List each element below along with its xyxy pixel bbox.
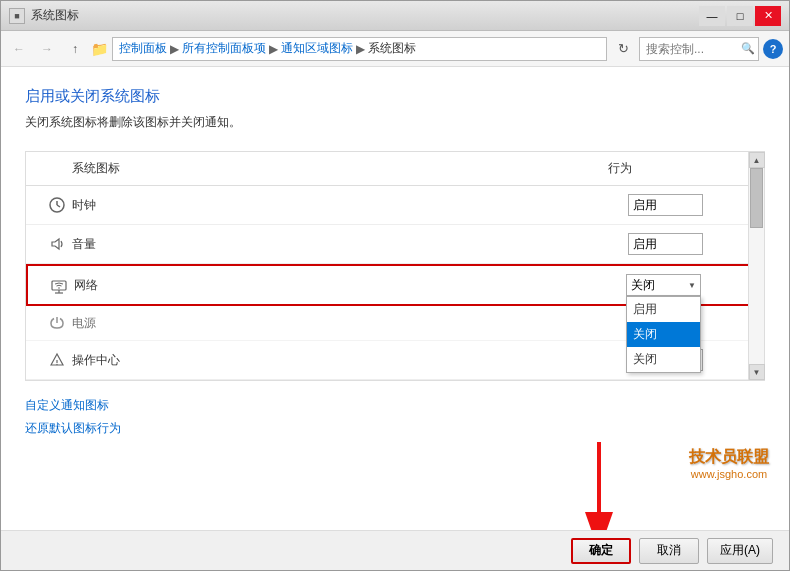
svg-point-10 [56,364,57,365]
title-bar: ■ 系统图标 — □ ✕ [1,1,789,31]
title-bar-controls: — □ ✕ [699,6,781,26]
dropdown-option-close2[interactable]: 关闭 [627,347,700,372]
content-area: 启用或关闭系统图标 关闭系统图标将删除该图标并关闭通知。 系统图标 行为 [1,67,789,530]
watermark-line2: www.jsgho.com [689,468,769,480]
path-part1[interactable]: 控制面板 [119,40,167,57]
up-button[interactable]: ↑ [63,37,87,61]
back-button[interactable]: ← [7,37,31,61]
forward-button[interactable]: → [35,37,59,61]
path-part4: 系统图标 [368,40,416,57]
volume-icon [42,235,72,253]
table-row: 音量 启用 关闭 [26,225,764,264]
address-bar: ← → ↑ 📁 控制面板 ▶ 所有控制面板项 ▶ 通知区域图标 ▶ 系统图标 ↻… [1,31,789,67]
network-behavior: 关闭 ▼ 启用 关闭 关闭 [626,274,746,296]
header-behavior-col: 行为 [608,160,748,177]
scroll-track[interactable] [749,168,764,364]
table-row: 时钟 启用 关闭 [26,186,764,225]
folder-icon: 📁 [91,41,108,57]
maximize-button[interactable]: □ [727,6,753,26]
clock-icon [42,196,72,214]
header-name-col: 系统图标 [72,160,608,177]
watermark: 技术员联盟 www.jsgho.com [689,447,769,480]
svg-marker-8 [51,354,63,365]
window-icon: ■ [9,8,25,24]
path-sep2: ▶ [269,42,278,56]
network-icon [44,276,74,294]
settings-panel: 系统图标 行为 时钟 [25,151,765,381]
help-button[interactable]: ? [763,39,783,59]
minimize-button[interactable]: — [699,6,725,26]
path-part2[interactable]: 所有控制面板项 [182,40,266,57]
search-wrapper: 🔍 [639,37,759,61]
action-center-icon [42,351,72,369]
path-part3[interactable]: 通知区域图标 [281,40,353,57]
address-path[interactable]: 控制面板 ▶ 所有控制面板项 ▶ 通知区域图标 ▶ 系统图标 [112,37,607,61]
volume-select[interactable]: 启用 关闭 [628,233,703,255]
red-arrow-container [559,437,639,530]
watermark-line1: 技术员联盟 [689,447,769,468]
restore-link[interactable]: 还原默认图标行为 [25,420,765,437]
power-label: 电源 [72,315,628,332]
scrollbar: ▲ ▼ [748,152,764,380]
header-icon-col [42,160,72,177]
scroll-thumb[interactable] [750,168,763,228]
clock-behavior: 启用 关闭 [628,194,748,216]
dropdown-option-close-selected[interactable]: 关闭 [627,322,700,347]
customize-link[interactable]: 自定义通知图标 [25,397,765,414]
page-subtitle: 关闭系统图标将删除该图标并关闭通知。 [25,114,765,131]
cancel-button[interactable]: 取消 [639,538,699,564]
volume-label: 音量 [72,236,628,253]
clock-dropdown[interactable]: 启用 关闭 [628,194,703,216]
volume-dropdown[interactable]: 启用 关闭 [628,233,703,255]
clock-select[interactable]: 启用 关闭 [628,194,703,216]
network-row: 网络 关闭 ▼ 启用 关闭 关闭 [26,264,764,306]
network-dropdown-open: 启用 关闭 关闭 [626,296,701,373]
table-header: 系统图标 行为 [26,152,764,186]
action-center-label: 操作中心 [72,352,628,369]
svg-marker-3 [52,239,59,249]
network-label: 网络 [74,277,626,294]
volume-behavior: 启用 关闭 [628,233,748,255]
path-sep1: ▶ [170,42,179,56]
path-sep3: ▶ [356,42,365,56]
network-dropdown-button[interactable]: 关闭 ▼ [626,274,701,296]
bottom-bar: 确定 取消 应用(A) [1,530,789,570]
dropdown-caret-icon: ▼ [688,281,696,290]
power-icon [42,314,72,332]
apply-button[interactable]: 应用(A) [707,538,773,564]
ok-button[interactable]: 确定 [571,538,631,564]
window-title: 系统图标 [31,7,79,24]
refresh-button[interactable]: ↻ [611,37,635,61]
page-title: 启用或关闭系统图标 [25,87,765,106]
scroll-down-button[interactable]: ▼ [749,364,765,380]
scroll-up-button[interactable]: ▲ [749,152,765,168]
bottom-links: 自定义通知图标 还原默认图标行为 [25,397,765,437]
network-selected-value: 关闭 [631,277,655,294]
dropdown-option-enable[interactable]: 启用 [627,297,700,322]
title-bar-left: ■ 系统图标 [9,7,79,24]
svg-line-2 [57,205,60,207]
search-button[interactable]: 🔍 [741,42,755,55]
clock-label: 时钟 [72,197,628,214]
close-button[interactable]: ✕ [755,6,781,26]
main-window: ■ 系统图标 — □ ✕ ← → ↑ 📁 控制面板 ▶ 所有控制面板项 ▶ 通知… [0,0,790,571]
svg-point-7 [58,287,60,289]
red-arrow-svg [559,437,639,530]
